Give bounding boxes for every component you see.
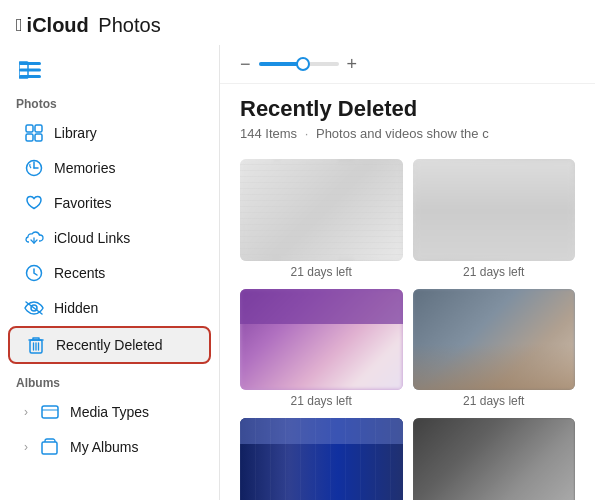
hidden-label: Hidden [54, 300, 98, 316]
main-content: − + Recently Deleted 144 Items · Photos … [220, 45, 595, 500]
sidebar-item-media-types[interactable]: › Media Types [8, 395, 211, 429]
svg-rect-7 [35, 134, 42, 141]
icloud-links-icon [24, 228, 44, 248]
main-layout: Photos Library [0, 45, 595, 500]
sidebar-item-memories[interactable]: Memories [8, 151, 211, 185]
favorites-icon [24, 193, 44, 213]
hidden-icon [24, 298, 44, 318]
sidebar-item-favorites[interactable]: Favorites [8, 186, 211, 220]
media-types-icon [40, 402, 60, 422]
albums-section-label: Albums [0, 370, 219, 394]
photo-grid: 21 days left 21 days left 21 days left [220, 149, 595, 500]
sidebar-item-my-albums[interactable]: › My Albums [8, 430, 211, 464]
library-icon [24, 123, 44, 143]
sidebar-item-icloud-links[interactable]: iCloud Links [8, 221, 211, 255]
trash-icon [26, 335, 46, 355]
photo-thumb-5 [240, 418, 403, 500]
zoom-thumb [296, 57, 310, 71]
photo-thumb-1 [240, 159, 403, 261]
photo-item-6[interactable]: 21 days left [413, 418, 576, 500]
favorites-label: Favorites [54, 195, 112, 211]
recents-label: Recents [54, 265, 105, 281]
zoom-slider[interactable] [259, 62, 339, 66]
photo-item-2[interactable]: 21 days left [413, 159, 576, 279]
sidebar: Photos Library [0, 45, 220, 500]
media-types-label: Media Types [70, 404, 149, 420]
zoom-in-button[interactable]: + [347, 55, 358, 73]
photo-thumb-3 [240, 289, 403, 391]
photo-item-1[interactable]: 21 days left [240, 159, 403, 279]
zoom-out-button[interactable]: − [240, 55, 251, 73]
photo-thumb-2 [413, 159, 576, 261]
icloud-links-label: iCloud Links [54, 230, 130, 246]
icloud-label: iCloud [27, 14, 89, 37]
sidebar-toggle-button[interactable] [16, 59, 44, 81]
photo-caption-2: 21 days left [463, 265, 524, 279]
sidebar-item-recents[interactable]: Recents [8, 256, 211, 290]
content-header: Recently Deleted 144 Items · Photos and … [220, 84, 595, 149]
apple-icon:  [16, 15, 23, 36]
sidebar-item-hidden[interactable]: Hidden [8, 291, 211, 325]
library-label: Library [54, 125, 97, 141]
photos-section-label: Photos [0, 91, 219, 115]
app-logo:  iCloud Photos [16, 14, 161, 37]
svg-rect-19 [42, 442, 57, 454]
content-title: Recently Deleted [240, 96, 575, 122]
photos-label: Photos [93, 14, 161, 37]
separator-dot: · [305, 126, 309, 141]
svg-rect-5 [35, 125, 42, 132]
app-header:  iCloud Photos [0, 0, 595, 45]
chevron-right-icon-2: › [24, 440, 28, 454]
my-albums-icon [40, 437, 60, 457]
photo-caption-3: 21 days left [291, 394, 352, 408]
svg-rect-1 [19, 69, 41, 72]
sidebar-top-area [0, 53, 219, 91]
item-count: 144 Items [240, 126, 297, 141]
photo-caption-1: 21 days left [291, 265, 352, 279]
recents-icon [24, 263, 44, 283]
zoom-toolbar: − + [220, 45, 595, 84]
recently-deleted-label: Recently Deleted [56, 337, 163, 353]
photo-item-3[interactable]: 21 days left [240, 289, 403, 409]
sidebar-item-recently-deleted[interactable]: Recently Deleted [8, 326, 211, 364]
memories-icon [24, 158, 44, 178]
sidebar-item-library[interactable]: Library [8, 116, 211, 150]
memories-label: Memories [54, 160, 115, 176]
photo-caption-4: 21 days left [463, 394, 524, 408]
subtitle-note: Photos and videos show the c [316, 126, 489, 141]
photo-item-4[interactable]: 21 days left [413, 289, 576, 409]
albums-section: Albums › Media Types › [0, 370, 219, 464]
svg-rect-6 [26, 134, 33, 141]
svg-rect-4 [26, 125, 33, 132]
photo-item-5[interactable]: 21 days left [240, 418, 403, 500]
svg-rect-17 [42, 406, 58, 418]
content-subtitle: 144 Items · Photos and videos show the c [240, 126, 575, 141]
chevron-right-icon: › [24, 405, 28, 419]
my-albums-label: My Albums [70, 439, 138, 455]
photo-thumb-4 [413, 289, 576, 391]
photo-thumb-6 [413, 418, 576, 500]
